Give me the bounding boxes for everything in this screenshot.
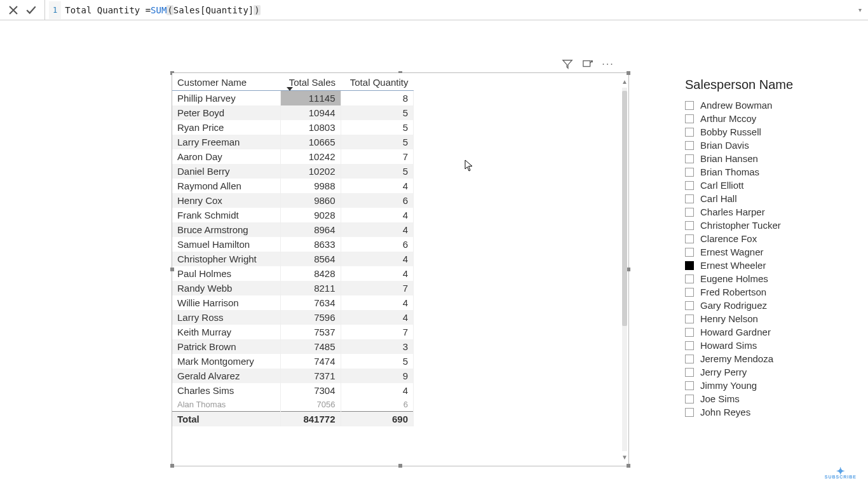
- cell-sales[interactable]: 8564: [280, 252, 341, 266]
- table-visual[interactable]: Customer Name Total Sales Total Quantity…: [172, 72, 629, 466]
- cell-sales[interactable]: 8211: [280, 281, 341, 295]
- cell-sales[interactable]: 7474: [280, 354, 341, 369]
- cell-qty[interactable]: 4: [341, 310, 414, 325]
- slicer-item[interactable]: Fred Robertson: [685, 285, 831, 299]
- resize-handle[interactable]: [627, 71, 630, 75]
- checkbox[interactable]: [685, 221, 694, 230]
- cell-name[interactable]: Aaron Day: [172, 149, 280, 164]
- slicer-item[interactable]: Carl Hall: [685, 192, 831, 205]
- slicer-item[interactable]: Eugene Holmes: [685, 272, 831, 285]
- cell-qty[interactable]: 6: [341, 398, 414, 412]
- cell-name[interactable]: Charles Sims: [172, 383, 280, 398]
- table-row[interactable]: Larry Ross75964: [172, 310, 414, 325]
- checkbox[interactable]: [685, 194, 694, 203]
- slicer-item[interactable]: Jerry Perry: [685, 365, 831, 379]
- checkbox[interactable]: [685, 141, 694, 150]
- table-row[interactable]: Daniel Berry102025: [172, 164, 414, 179]
- checkbox[interactable]: [685, 248, 694, 257]
- cell-name[interactable]: Randy Webb: [172, 281, 280, 295]
- cell-sales[interactable]: 9988: [280, 179, 341, 193]
- cell-qty[interactable]: 7: [341, 149, 414, 164]
- cell-qty[interactable]: 6: [341, 193, 414, 208]
- vertical-scrollbar[interactable]: ▲ ▼: [621, 78, 628, 461]
- checkbox[interactable]: [685, 368, 694, 377]
- table-row[interactable]: Ryan Price108035: [172, 120, 414, 135]
- slicer-item[interactable]: Bobby Russell: [685, 125, 831, 139]
- table-row[interactable]: Patrick Brown74853: [172, 339, 414, 354]
- cell-qty[interactable]: 4: [341, 266, 414, 281]
- cell-qty[interactable]: 6: [341, 237, 414, 252]
- cell-qty[interactable]: 5: [341, 135, 414, 149]
- slicer-item[interactable]: Jimmy Young: [685, 379, 831, 392]
- cell-name[interactable]: Henry Cox: [172, 193, 280, 208]
- table-row[interactable]: Samuel Hamilton86336: [172, 237, 414, 252]
- cell-sales[interactable]: 7596: [280, 310, 341, 325]
- filter-icon[interactable]: [562, 58, 573, 70]
- cell-name[interactable]: Bruce Armstrong: [172, 222, 280, 237]
- col-total-sales[interactable]: Total Sales: [280, 73, 341, 91]
- slicer-item[interactable]: Brian Hansen: [685, 152, 831, 165]
- cell-name[interactable]: Patrick Brown: [172, 339, 280, 354]
- scroll-track[interactable]: [622, 88, 627, 451]
- checkbox[interactable]: [685, 288, 694, 297]
- cell-name[interactable]: Willie Harrison: [172, 295, 280, 310]
- cell-sales[interactable]: 7371: [280, 369, 341, 383]
- cell-sales[interactable]: 7485: [280, 339, 341, 354]
- slicer-item[interactable]: Clarence Fox: [685, 232, 831, 245]
- checkbox[interactable]: [685, 408, 694, 417]
- table-row[interactable]: Aaron Day102427: [172, 149, 414, 164]
- cell-name[interactable]: Phillip Harvey: [172, 91, 280, 106]
- cell-name[interactable]: Paul Holmes: [172, 266, 280, 281]
- cell-sales[interactable]: 8633: [280, 237, 341, 252]
- checkbox[interactable]: [685, 328, 694, 337]
- cell-sales[interactable]: 10202: [280, 164, 341, 179]
- cell-sales[interactable]: 10242: [280, 149, 341, 164]
- checkbox[interactable]: [685, 395, 694, 403]
- checkbox[interactable]: [685, 355, 694, 363]
- slicer-item[interactable]: Ernest Wheeler: [685, 259, 831, 272]
- formula-input[interactable]: 1 Total Quantity = SUM ( Sales[Quantity]…: [45, 0, 858, 20]
- cell-name[interactable]: Peter Boyd: [172, 105, 280, 120]
- cell-name[interactable]: Frank Schmidt: [172, 208, 280, 222]
- cell-qty[interactable]: 4: [341, 222, 414, 237]
- cancel-icon[interactable]: [8, 4, 19, 16]
- cell-qty[interactable]: 4: [341, 295, 414, 310]
- cell-name[interactable]: Larry Freeman: [172, 135, 280, 149]
- checkbox[interactable]: [685, 301, 694, 310]
- cell-name[interactable]: Gerald Alvarez: [172, 369, 280, 383]
- cell-sales[interactable]: 7537: [280, 325, 341, 339]
- cell-sales[interactable]: 7056: [280, 398, 341, 412]
- cell-sales[interactable]: 8964: [280, 222, 341, 237]
- slicer-item[interactable]: Brian Thomas: [685, 165, 831, 179]
- slicer-item[interactable]: Andrew Bowman: [685, 98, 831, 112]
- slicer-item[interactable]: Christopher Tucker: [685, 219, 831, 232]
- slicer-item[interactable]: Brian Davis: [685, 139, 831, 152]
- cell-sales[interactable]: 10944: [280, 105, 341, 120]
- cell-sales[interactable]: 10803: [280, 120, 341, 135]
- cell-name[interactable]: Daniel Berry: [172, 164, 280, 179]
- checkbox[interactable]: [685, 381, 694, 390]
- focus-mode-icon[interactable]: [582, 58, 593, 70]
- cell-name[interactable]: Christopher Wright: [172, 252, 280, 266]
- cell-name[interactable]: Larry Ross: [172, 310, 280, 325]
- slicer-item[interactable]: Jeremy Mendoza: [685, 352, 831, 365]
- cell-qty[interactable]: 9: [341, 369, 414, 383]
- table-row[interactable]: Randy Webb82117: [172, 281, 414, 295]
- table-row[interactable]: Phillip Harvey111458: [172, 91, 414, 106]
- scroll-thumb[interactable]: [622, 91, 627, 326]
- cell-qty[interactable]: 5: [341, 120, 414, 135]
- cell-qty[interactable]: 3: [341, 339, 414, 354]
- scroll-up-arrow[interactable]: ▲: [621, 78, 628, 85]
- checkbox[interactable]: [685, 208, 694, 217]
- table-row[interactable]: Frank Schmidt90284: [172, 208, 414, 222]
- table-row[interactable]: Paul Holmes84284: [172, 266, 414, 281]
- table-row[interactable]: Christopher Wright85644: [172, 252, 414, 266]
- table-row[interactable]: Raymond Allen99884: [172, 179, 414, 193]
- table-row[interactable]: Mark Montgomery74745: [172, 354, 414, 369]
- slicer-item[interactable]: Carl Elliott: [685, 179, 831, 192]
- cell-qty[interactable]: 4: [341, 252, 414, 266]
- table-row[interactable]: Henry Cox98606: [172, 193, 414, 208]
- cell-sales[interactable]: 10665: [280, 135, 341, 149]
- cell-sales[interactable]: 7304: [280, 383, 341, 398]
- resize-handle[interactable]: [627, 464, 630, 468]
